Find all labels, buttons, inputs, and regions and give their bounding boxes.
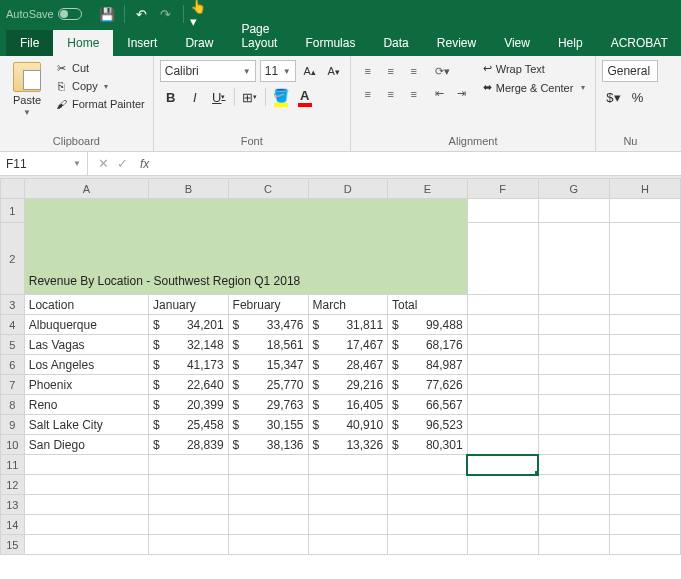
increase-font-button[interactable]: A▴: [300, 60, 320, 82]
tab-acrobat[interactable]: ACROBAT: [597, 30, 681, 56]
worksheet[interactable]: A B C D E F G H 1Revenue By Location - S…: [0, 178, 681, 555]
cell[interactable]: [609, 535, 680, 555]
align-left-button[interactable]: ≡: [357, 83, 379, 105]
name-box[interactable]: F11▼: [0, 152, 88, 175]
cell[interactable]: [388, 475, 468, 495]
decrease-indent-button[interactable]: ⇤: [429, 82, 451, 104]
cell-money[interactable]: $68,176: [388, 335, 468, 355]
font-color-button[interactable]: A: [294, 86, 316, 108]
cell[interactable]: [467, 375, 538, 395]
cell-money[interactable]: $17,467: [308, 335, 388, 355]
cell[interactable]: [149, 535, 229, 555]
col-header-c[interactable]: C: [228, 179, 308, 199]
cell[interactable]: [24, 455, 148, 475]
cell[interactable]: [24, 535, 148, 555]
cell[interactable]: [609, 335, 680, 355]
align-right-button[interactable]: ≡: [403, 83, 425, 105]
cell[interactable]: [467, 355, 538, 375]
cell[interactable]: [467, 415, 538, 435]
cell[interactable]: [149, 455, 229, 475]
percent-button[interactable]: %: [626, 86, 648, 108]
cell[interactable]: [467, 335, 538, 355]
header-february[interactable]: February: [228, 295, 308, 315]
fill-color-button[interactable]: 🪣: [270, 86, 292, 108]
cell-money[interactable]: $29,216: [308, 375, 388, 395]
bold-button[interactable]: B: [160, 86, 182, 108]
cell[interactable]: [388, 455, 468, 475]
tab-view[interactable]: View: [490, 30, 544, 56]
cell[interactable]: [308, 495, 388, 515]
tab-file[interactable]: File: [6, 30, 53, 56]
cell-money[interactable]: $25,770: [228, 375, 308, 395]
header-location[interactable]: Location: [24, 295, 148, 315]
font-size-combo[interactable]: 11▼: [260, 60, 296, 82]
cell[interactable]: [609, 375, 680, 395]
row-header[interactable]: 6: [1, 355, 25, 375]
cell[interactable]: [467, 435, 538, 455]
cell-money[interactable]: $22,640: [149, 375, 229, 395]
cell[interactable]: [308, 535, 388, 555]
fx-icon[interactable]: fx: [140, 157, 149, 171]
redo-button[interactable]: ↷: [155, 3, 177, 25]
underline-button[interactable]: U▾: [208, 86, 230, 108]
row-header[interactable]: 8: [1, 395, 25, 415]
cell[interactable]: [538, 395, 609, 415]
cell-money[interactable]: $33,476: [228, 315, 308, 335]
cell-money[interactable]: $25,458: [149, 415, 229, 435]
row-header[interactable]: 1: [1, 199, 25, 223]
cell[interactable]: [467, 535, 538, 555]
row-header[interactable]: 2: [1, 223, 25, 295]
cell-location[interactable]: San Diego: [24, 435, 148, 455]
italic-button[interactable]: I: [184, 86, 206, 108]
col-header-d[interactable]: D: [308, 179, 388, 199]
cell-money[interactable]: $99,488: [388, 315, 468, 335]
row-header[interactable]: 4: [1, 315, 25, 335]
cell-location[interactable]: Los Angeles: [24, 355, 148, 375]
col-header-e[interactable]: E: [388, 179, 468, 199]
cell[interactable]: [149, 475, 229, 495]
cell[interactable]: [228, 515, 308, 535]
tab-data[interactable]: Data: [369, 30, 422, 56]
cell-location[interactable]: Reno: [24, 395, 148, 415]
cell[interactable]: [609, 223, 680, 295]
cell[interactable]: [609, 515, 680, 535]
cell[interactable]: [538, 495, 609, 515]
cell[interactable]: [228, 455, 308, 475]
cell[interactable]: [228, 495, 308, 515]
formula-input[interactable]: [159, 152, 681, 175]
cell-money[interactable]: $84,987: [388, 355, 468, 375]
cell[interactable]: [609, 295, 680, 315]
tab-insert[interactable]: Insert: [113, 30, 171, 56]
cell-location[interactable]: Salt Lake City: [24, 415, 148, 435]
cell[interactable]: [538, 415, 609, 435]
cell[interactable]: [149, 515, 229, 535]
merge-center-button[interactable]: ⬌Merge & Center▾: [479, 79, 590, 96]
row-header[interactable]: 14: [1, 515, 25, 535]
cell[interactable]: [538, 355, 609, 375]
cell[interactable]: [467, 223, 538, 295]
undo-button[interactable]: ↶: [131, 3, 153, 25]
cell[interactable]: [467, 315, 538, 335]
cell-money[interactable]: $80,301: [388, 435, 468, 455]
title-cell[interactable]: Revenue By Location - Southwest Region Q…: [24, 199, 467, 295]
save-button[interactable]: 💾: [96, 3, 118, 25]
cell-money[interactable]: $13,326: [308, 435, 388, 455]
header-total[interactable]: Total: [388, 295, 468, 315]
cell-money[interactable]: $40,910: [308, 415, 388, 435]
cell[interactable]: [538, 223, 609, 295]
cell-money[interactable]: $28,839: [149, 435, 229, 455]
cell[interactable]: [609, 315, 680, 335]
cell[interactable]: [609, 495, 680, 515]
cell-money[interactable]: $32,148: [149, 335, 229, 355]
cell[interactable]: [388, 515, 468, 535]
cell[interactable]: [538, 475, 609, 495]
cell[interactable]: [538, 199, 609, 223]
cell[interactable]: [609, 395, 680, 415]
cell-money[interactable]: $15,347: [228, 355, 308, 375]
cell[interactable]: [228, 535, 308, 555]
col-header-g[interactable]: G: [538, 179, 609, 199]
cell[interactable]: [467, 475, 538, 495]
row-header[interactable]: 11: [1, 455, 25, 475]
cell[interactable]: [467, 395, 538, 415]
orientation-button[interactable]: ⟳▾: [429, 60, 457, 82]
